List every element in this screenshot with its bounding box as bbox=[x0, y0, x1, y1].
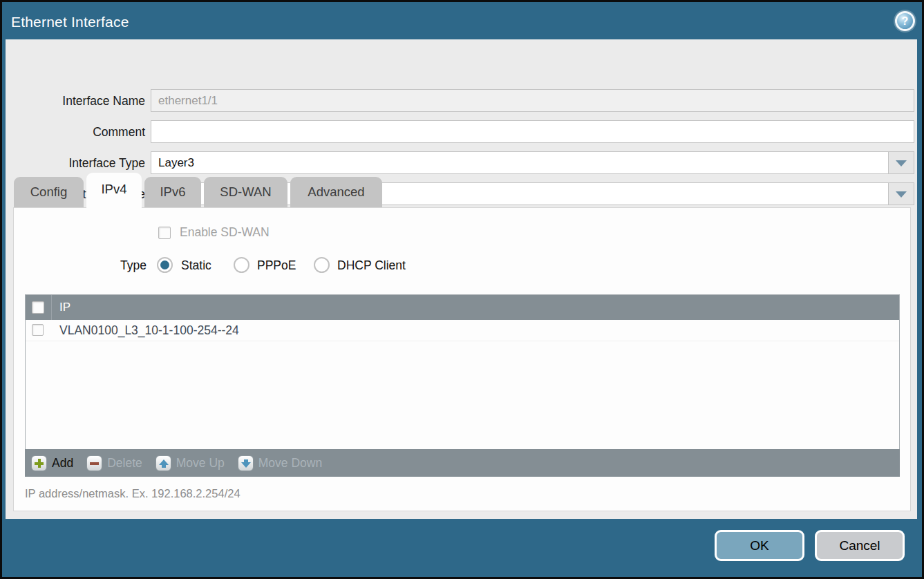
type-label: Type bbox=[83, 258, 147, 273]
add-button[interactable]: Add bbox=[31, 455, 73, 471]
delete-button-label: Delete bbox=[107, 456, 142, 471]
interface-name-label: Interface Name bbox=[19, 94, 145, 108]
cancel-button[interactable]: Cancel bbox=[815, 530, 905, 561]
delete-minus-icon bbox=[86, 455, 102, 471]
ip-table-body: VLAN0100_L3_10-1-100-254--24 bbox=[26, 320, 899, 449]
move-down-button-label: Move Down bbox=[258, 456, 322, 471]
enable-sdwan-checkbox[interactable] bbox=[158, 227, 171, 239]
ip-cell: VLAN0100_L3_10-1-100-254--24 bbox=[59, 323, 239, 338]
tab-ipv6[interactable]: IPv6 bbox=[144, 177, 201, 207]
interface-name-field bbox=[151, 89, 914, 112]
comment-input[interactable] bbox=[151, 121, 914, 142]
radio-pppoe[interactable] bbox=[234, 257, 249, 273]
interface-name-input bbox=[151, 90, 914, 111]
dialog-title: Ethernet Interface bbox=[11, 14, 129, 30]
select-all-checkbox[interactable] bbox=[32, 301, 44, 314]
ok-button[interactable]: OK bbox=[715, 530, 804, 561]
chevron-down-icon[interactable] bbox=[888, 152, 914, 173]
ip-column-header: IP bbox=[59, 301, 70, 314]
comment-field[interactable] bbox=[151, 120, 914, 143]
table-toolbar: Add Delete Move Up Move Down bbox=[25, 449, 900, 477]
ip-table: IP VLAN0100_L3_10-1-100-254--24 bbox=[25, 294, 900, 449]
type-row: Type Static PPPoE DHCP Client bbox=[0, 257, 924, 275]
table-row[interactable]: VLAN0100_L3_10-1-100-254--24 bbox=[26, 320, 899, 341]
help-icon[interactable]: ? bbox=[895, 11, 915, 31]
tab-advanced[interactable]: Advanced bbox=[290, 177, 382, 207]
ethernet-interface-dialog: Ethernet Interface ? Interface Name Comm… bbox=[0, 0, 924, 579]
radio-dhcp-client[interactable] bbox=[314, 257, 330, 273]
tab-ipv4[interactable]: IPv4 bbox=[86, 173, 142, 208]
move-down-arrow-icon bbox=[238, 455, 254, 471]
enable-sdwan-row: Enable SD-WAN bbox=[158, 225, 270, 240]
move-up-arrow-icon bbox=[155, 455, 171, 471]
move-down-button[interactable]: Move Down bbox=[238, 455, 322, 471]
radio-dhcp-client-label: DHCP Client bbox=[337, 258, 406, 273]
radio-static[interactable] bbox=[157, 257, 173, 273]
enable-sdwan-label: Enable SD-WAN bbox=[180, 225, 270, 240]
tab-sdwan[interactable]: SD-WAN bbox=[204, 177, 287, 207]
chevron-down-icon[interactable] bbox=[888, 183, 914, 205]
interface-type-label: Interface Type bbox=[19, 156, 145, 171]
ip-format-hint: IP address/netmask. Ex. 192.168.2.254/24 bbox=[25, 487, 241, 500]
column-separator bbox=[51, 295, 52, 320]
radio-static-label: Static bbox=[181, 258, 211, 273]
interface-type-select[interactable]: Layer3 bbox=[151, 151, 914, 174]
move-up-button[interactable]: Move Up bbox=[155, 455, 225, 471]
add-plus-icon bbox=[31, 455, 47, 471]
radio-pppoe-label: PPPoE bbox=[257, 258, 296, 273]
ip-table-header: IP bbox=[26, 295, 899, 320]
delete-button[interactable]: Delete bbox=[86, 455, 142, 471]
interface-type-value: Layer3 bbox=[158, 156, 194, 170]
add-button-label: Add bbox=[52, 456, 73, 471]
tab-config[interactable]: Config bbox=[14, 177, 84, 207]
comment-label: Comment bbox=[19, 125, 145, 140]
move-up-button-label: Move Up bbox=[176, 456, 225, 471]
row-checkbox[interactable] bbox=[32, 324, 44, 336]
